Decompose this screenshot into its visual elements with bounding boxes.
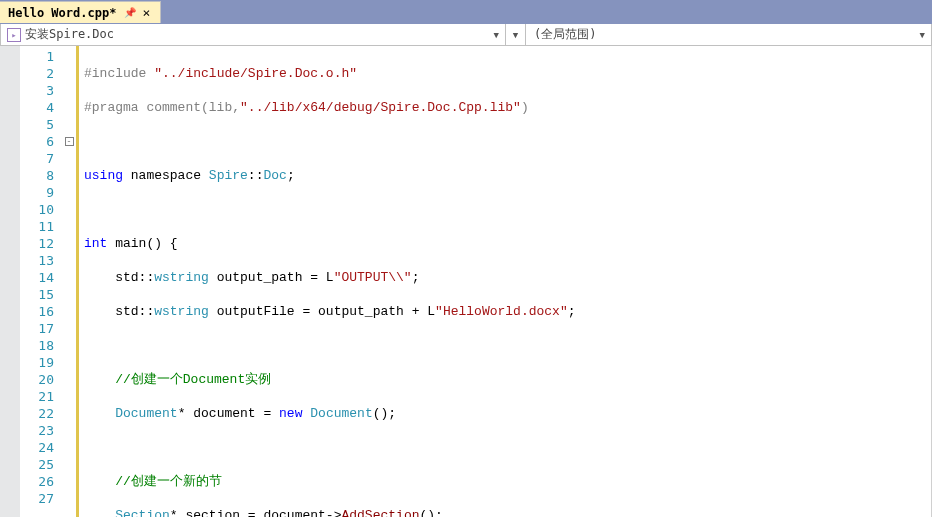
line-number: 19 — [20, 354, 54, 371]
indicator-margin — [0, 46, 20, 517]
fold-cell[interactable] — [62, 473, 76, 490]
line-number: 10 — [20, 201, 54, 218]
project-icon: ▸ — [7, 28, 21, 42]
line-number: 25 — [20, 456, 54, 473]
line-number: 9 — [20, 184, 54, 201]
line-number: 17 — [20, 320, 54, 337]
code-line: #pragma comment(lib,"../lib/x64/debug/Sp… — [84, 99, 931, 116]
fold-cell[interactable] — [62, 490, 76, 507]
line-number: 13 — [20, 252, 54, 269]
fold-cell[interactable] — [62, 405, 76, 422]
tab-bar: Hello Word.cpp* 📌 × — [0, 0, 932, 24]
fold-cell[interactable] — [62, 286, 76, 303]
code-line: Document* document = new Document(); — [84, 405, 931, 422]
line-number: 1 — [20, 48, 54, 65]
line-number: 27 — [20, 490, 54, 507]
code-line: std::wstring outputFile = output_path + … — [84, 303, 931, 320]
scope-label: 安装Spire.Doc — [25, 26, 114, 43]
fold-cell[interactable] — [62, 269, 76, 286]
fold-cell[interactable] — [62, 82, 76, 99]
chevron-down-icon: ▼ — [920, 30, 925, 40]
line-number: 21 — [20, 388, 54, 405]
fold-cell[interactable] — [62, 252, 76, 269]
fold-cell[interactable] — [62, 371, 76, 388]
fold-toggle-icon[interactable]: - — [65, 137, 74, 146]
fold-cell[interactable] — [62, 354, 76, 371]
line-number: 24 — [20, 439, 54, 456]
code-line: std::wstring output_path = L"OUTPUT\\"; — [84, 269, 931, 286]
scope-dropdown[interactable]: ▸ 安装Spire.Doc ▼ — [0, 24, 506, 46]
line-number: 18 — [20, 337, 54, 354]
line-number: 7 — [20, 150, 54, 167]
code-line: int main() { — [84, 235, 931, 252]
code-line: //创建一个Document实例 — [84, 371, 931, 388]
fold-cell[interactable] — [62, 218, 76, 235]
fold-cell[interactable] — [62, 184, 76, 201]
fold-cell[interactable] — [62, 439, 76, 456]
editor-area: 1234567891011121314151617181920212223242… — [0, 46, 932, 517]
fold-cell[interactable] — [62, 422, 76, 439]
line-number: 15 — [20, 286, 54, 303]
fold-cell[interactable] — [62, 150, 76, 167]
line-number: 12 — [20, 235, 54, 252]
line-number: 11 — [20, 218, 54, 235]
line-number: 16 — [20, 303, 54, 320]
fold-cell[interactable] — [62, 337, 76, 354]
line-number: 4 — [20, 99, 54, 116]
function-dropdown[interactable]: (全局范围) ▼ — [526, 24, 932, 46]
line-number: 22 — [20, 405, 54, 422]
chevron-down-icon: ▼ — [494, 30, 499, 40]
fold-cell[interactable]: - — [62, 133, 76, 150]
line-number: 5 — [20, 116, 54, 133]
line-number: 3 — [20, 82, 54, 99]
outline-margin[interactable]: - — [62, 46, 76, 517]
line-number: 20 — [20, 371, 54, 388]
fold-cell[interactable] — [62, 320, 76, 337]
line-number: 23 — [20, 422, 54, 439]
line-number: 2 — [20, 65, 54, 82]
fold-cell[interactable] — [62, 388, 76, 405]
fold-cell[interactable] — [62, 65, 76, 82]
pin-icon[interactable]: 📌 — [124, 7, 136, 18]
code-line: #include "../include/Spire.Doc.o.h" — [84, 65, 931, 82]
line-number: 26 — [20, 473, 54, 490]
code-line: //创建一个新的节 — [84, 473, 931, 490]
navigation-bar: ▸ 安装Spire.Doc ▼ ▼ (全局范围) ▼ — [0, 24, 932, 46]
fold-cell[interactable] — [62, 99, 76, 116]
close-icon[interactable]: × — [142, 5, 150, 20]
line-number: 14 — [20, 269, 54, 286]
line-number: 6 — [20, 133, 54, 150]
line-number: 8 — [20, 167, 54, 184]
chevron-down-icon: ▼ — [513, 30, 518, 40]
fold-cell[interactable] — [62, 201, 76, 218]
code-line — [84, 201, 931, 218]
code-line — [84, 133, 931, 150]
code-line — [84, 337, 931, 354]
code-line: using namespace Spire::Doc; — [84, 167, 931, 184]
nav-split[interactable]: ▼ — [506, 24, 526, 46]
function-label: (全局范围) — [534, 26, 596, 43]
code-line: Section* section = document->AddSection(… — [84, 507, 931, 517]
tab-title: Hello Word.cpp* — [8, 6, 116, 20]
code-line — [84, 439, 931, 456]
line-number-gutter[interactable]: 1234567891011121314151617181920212223242… — [20, 46, 62, 517]
fold-cell[interactable] — [62, 48, 76, 65]
code-editor[interactable]: #include "../include/Spire.Doc.o.h" #pra… — [82, 46, 932, 517]
fold-cell[interactable] — [62, 456, 76, 473]
fold-cell[interactable] — [62, 167, 76, 184]
fold-cell[interactable] — [62, 116, 76, 133]
fold-cell[interactable] — [62, 303, 76, 320]
file-tab[interactable]: Hello Word.cpp* 📌 × — [0, 1, 161, 23]
fold-cell[interactable] — [62, 235, 76, 252]
